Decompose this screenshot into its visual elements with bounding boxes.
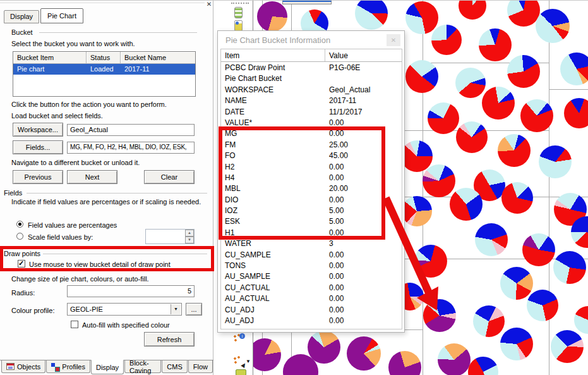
pie-chart-marker[interactable] bbox=[527, 290, 558, 321]
pie-chart-marker[interactable] bbox=[402, 196, 432, 226]
sample-flask-icon[interactable] bbox=[234, 20, 243, 31]
bucket-info-row[interactable]: H10.00 bbox=[221, 227, 402, 238]
point-select-icon[interactable]: ▶ bbox=[233, 356, 243, 366]
pie-chart-marker[interactable] bbox=[475, 223, 508, 256]
drag-handle-icon[interactable] bbox=[231, 3, 249, 4]
surface-tool-icon[interactable] bbox=[236, 369, 246, 375]
bucket-info-row[interactable]: MBL20.00 bbox=[221, 183, 402, 194]
dropdown-caret-icon[interactable]: ▼ bbox=[246, 359, 251, 364]
pie-chart-marker[interactable] bbox=[414, 245, 447, 278]
pie-chart-marker[interactable] bbox=[553, 251, 586, 284]
workspace-field[interactable]: Geol_Actual bbox=[67, 124, 195, 136]
pie-chart-marker[interactable] bbox=[473, 305, 505, 337]
bucket-info-row[interactable]: FO45.00 bbox=[221, 150, 402, 161]
bucket-info-row[interactable]: MG0.00 bbox=[221, 128, 402, 138]
colour-profile-select[interactable]: GEOL-PIE ▼ bbox=[67, 303, 182, 316]
bucket-info-row[interactable]: AU_ACTUAL0.00 bbox=[221, 293, 402, 304]
refresh-button[interactable]: Refresh bbox=[144, 332, 195, 347]
bucket-list[interactable]: Bucket Item Status Bucket Name Pie chart… bbox=[13, 51, 196, 97]
pie-chart-marker[interactable] bbox=[401, 140, 433, 172]
pie-chart-marker[interactable] bbox=[520, 99, 553, 132]
bucket-info-row[interactable]: AU_SAMPLE0.00 bbox=[221, 271, 402, 281]
pie-chart-marker[interactable] bbox=[500, 328, 533, 360]
bucket-info-row[interactable]: FM25.00 bbox=[221, 139, 402, 150]
bucket-info-row[interactable]: WATER3 bbox=[221, 238, 402, 249]
pie-chart-marker[interactable] bbox=[431, 25, 462, 55]
popup-close-button[interactable]: ✕ bbox=[387, 34, 400, 46]
tab-display-bottom[interactable]: Display bbox=[91, 360, 124, 374]
bucket-info-row[interactable]: PCBC Draw PointP1G-06E bbox=[221, 62, 402, 73]
tab-profiles[interactable]: Profiles bbox=[46, 360, 90, 373]
pie-chart-marker[interactable] bbox=[536, 9, 570, 43]
fields-field[interactable]: MG, FM, FO, H2, H4, MBL, DIO, IOZ, ESK, bbox=[67, 142, 195, 154]
pie-chart-marker[interactable] bbox=[455, 68, 486, 98]
spinner-down-icon[interactable]: ▼ bbox=[185, 237, 194, 243]
bucket-info-row[interactable]: Pie Chart Bucket bbox=[221, 73, 402, 83]
bucket-info-row[interactable]: H20.00 bbox=[221, 161, 402, 172]
bucket-info-row[interactable]: DIO0.00 bbox=[221, 194, 402, 205]
autofill-checkbox[interactable] bbox=[71, 321, 78, 328]
bucket-info-row[interactable]: H40.00 bbox=[221, 172, 402, 183]
pie-chart-marker[interactable] bbox=[450, 188, 483, 221]
pie-chart-marker[interactable] bbox=[388, 351, 421, 375]
pie-chart-marker[interactable] bbox=[347, 336, 381, 371]
column-header-bucket-name[interactable]: Bucket Name bbox=[121, 52, 195, 64]
bucket-info-row[interactable]: VALUE*0.00 bbox=[221, 117, 402, 128]
fields-button[interactable]: Fields... bbox=[13, 140, 63, 154]
pie-chart-marker[interactable] bbox=[498, 134, 531, 167]
pie-chart-marker[interactable] bbox=[257, 1, 287, 32]
pie-chart-marker[interactable] bbox=[479, 28, 512, 61]
pie-chart-marker[interactable] bbox=[438, 343, 471, 375]
colour-profile-more-button[interactable]: ... bbox=[186, 303, 202, 316]
tab-cms[interactable]: CMS bbox=[162, 360, 187, 373]
bucket-info-row[interactable]: WORKSPACEGeol_Actual bbox=[221, 84, 402, 95]
drillhole-cylinder-icon[interactable] bbox=[234, 7, 243, 18]
tab-pie-chart[interactable]: Pie Chart bbox=[40, 8, 83, 23]
bucket-info-row[interactable]: TONS0.00 bbox=[221, 260, 402, 271]
pie-chart-marker[interactable] bbox=[564, 98, 588, 128]
pie-chart-marker[interactable] bbox=[355, 1, 388, 30]
scale-value-input[interactable]: ▲ ▼ bbox=[145, 229, 195, 244]
use-mouse-checkbox[interactable] bbox=[18, 260, 25, 267]
clear-button[interactable]: Clear bbox=[144, 170, 195, 184]
pie-chart-marker[interactable] bbox=[482, 87, 515, 120]
pie-chart-marker[interactable] bbox=[468, 357, 498, 375]
workspace-button[interactable]: Workspace... bbox=[13, 123, 63, 137]
pie-chart-marker[interactable] bbox=[428, 102, 459, 134]
pie-chart-marker[interactable] bbox=[253, 338, 281, 371]
radio-field-values-percentages[interactable] bbox=[16, 221, 23, 228]
column-header-status[interactable]: Status bbox=[87, 52, 121, 64]
pie-chart-marker[interactable] bbox=[551, 330, 584, 363]
bucket-info-row[interactable]: CU_ADJ0.00 bbox=[221, 304, 402, 315]
bucket-info-row[interactable]: CU_ACTUAL0.00 bbox=[221, 282, 402, 293]
pie-chart-marker[interactable] bbox=[500, 267, 533, 300]
pie-chart-marker[interactable] bbox=[405, 60, 438, 93]
pie-chart-marker[interactable] bbox=[507, 1, 540, 27]
bucket-info-row[interactable]: NAME2017-11 bbox=[221, 95, 402, 106]
pie-chart-marker[interactable] bbox=[423, 299, 456, 332]
pie-chart-marker[interactable] bbox=[501, 182, 533, 214]
pie-chart-marker[interactable] bbox=[405, 1, 438, 34]
pie-chart-marker[interactable] bbox=[574, 306, 588, 334]
panel-close-icon[interactable]: ✕ bbox=[205, 1, 213, 8]
next-button[interactable]: Next bbox=[67, 170, 117, 184]
pie-chart-marker[interactable] bbox=[507, 55, 540, 88]
bucket-row-selected[interactable]: Pie chart Loaded 2017-11 bbox=[13, 64, 195, 75]
tab-objects[interactable]: Objects bbox=[1, 360, 45, 373]
pie-chart-marker[interactable] bbox=[423, 164, 455, 197]
bucket-info-row[interactable]: AU_ADJ0.00 bbox=[221, 315, 402, 326]
chevron-down-icon[interactable]: ▼ bbox=[171, 304, 181, 314]
tab-block-caving[interactable]: Block-Caving bbox=[124, 360, 161, 373]
bucket-info-row[interactable]: ESK5.00 bbox=[221, 216, 402, 226]
spinner-up-icon[interactable]: ▲ bbox=[185, 230, 194, 237]
pie-chart-marker[interactable] bbox=[459, 1, 486, 20]
column-header-value[interactable]: Value bbox=[325, 49, 402, 61]
radio-scale-field-values[interactable] bbox=[16, 233, 23, 240]
pie-chart-marker[interactable] bbox=[456, 121, 488, 153]
point-info-icon[interactable]: i bbox=[233, 334, 243, 344]
pie-chart-marker[interactable] bbox=[522, 233, 555, 266]
bucket-info-row[interactable]: CU_SAMPLE0.00 bbox=[221, 249, 402, 260]
column-header-bucket-item[interactable]: Bucket Item bbox=[13, 52, 87, 64]
column-header-item[interactable]: Item bbox=[221, 49, 325, 61]
bucket-info-row[interactable]: IOZ5.00 bbox=[221, 205, 402, 216]
